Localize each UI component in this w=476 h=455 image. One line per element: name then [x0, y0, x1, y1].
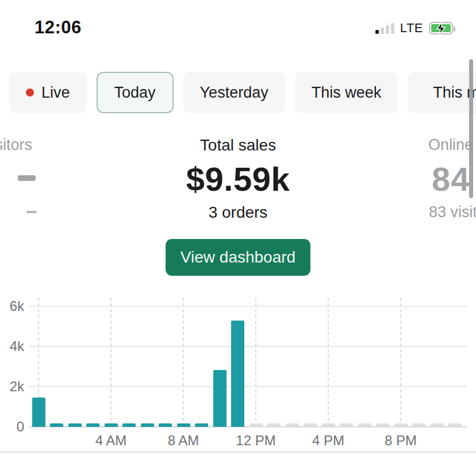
- cellular-signal-icon: [375, 22, 394, 34]
- clock-time: 12:06: [34, 17, 82, 38]
- tab-live-label: Live: [41, 84, 70, 102]
- network-type-label: LTE: [400, 21, 423, 36]
- chart-x-tick-label: 12 PM: [236, 433, 275, 449]
- chart-horizontal-gridline: [29, 306, 467, 307]
- live-dot-icon: [26, 88, 34, 97]
- chart-bar[interactable]: [141, 423, 154, 427]
- chart-x-tick-label: 4 PM: [312, 433, 344, 449]
- chart-horizontal-gridline: [29, 346, 467, 347]
- chart-vertical-gridline: [328, 298, 329, 427]
- chart-bar[interactable]: [68, 423, 82, 427]
- tab-this-month[interactable]: This month: [408, 72, 476, 113]
- chart-bar-future[interactable]: [267, 423, 281, 427]
- chart-x-tick-label: 4 AM: [95, 433, 127, 449]
- chart-x-tick-label: 8 AM: [168, 433, 199, 449]
- chart-y-tick-label: 4k: [0, 338, 24, 354]
- chart-y-tick-label: 0: [0, 419, 24, 435]
- chart-vertical-gridline: [255, 298, 256, 427]
- chart-bar[interactable]: [213, 370, 227, 427]
- chart-bar[interactable]: [122, 423, 136, 427]
- chart-bar-future[interactable]: [376, 423, 389, 427]
- chart-bar[interactable]: [231, 321, 244, 427]
- chart-bar-future[interactable]: [322, 423, 335, 427]
- total-sales-title: Total sales: [0, 136, 476, 155]
- chart-x-tick-label: 8 PM: [385, 433, 417, 449]
- chart-bar-future[interactable]: [340, 423, 353, 427]
- chart-plot-area: [29, 298, 467, 427]
- chart-horizontal-gridline: [29, 386, 467, 387]
- chart-bar[interactable]: [50, 423, 63, 427]
- tab-today[interactable]: Today: [97, 72, 174, 113]
- chart-bar[interactable]: [86, 423, 99, 427]
- total-sales-value: $9.59k: [0, 160, 476, 198]
- battery-charging-icon: [429, 22, 453, 34]
- chart-bar[interactable]: [195, 423, 208, 427]
- hourly-sales-chart: 02k4k6k4 AM8 AM12 PM4 PM8 PM: [0, 287, 476, 452]
- chart-bar-future[interactable]: [358, 423, 371, 427]
- chart-bar[interactable]: [105, 423, 118, 427]
- chart-y-tick-label: 6k: [0, 298, 24, 314]
- total-sales-orders: 3 orders: [0, 203, 476, 222]
- chart-vertical-gridline: [183, 298, 184, 427]
- chart-vertical-gridline: [110, 298, 112, 427]
- chart-bar-future[interactable]: [249, 423, 263, 427]
- tab-yesterday[interactable]: Yesterday: [183, 72, 285, 113]
- status-bar: 12:06 LTE: [0, 0, 476, 46]
- tab-yesterday-label: Yesterday: [200, 84, 268, 102]
- chart-bar-future[interactable]: [412, 423, 425, 427]
- tab-this-week[interactable]: This week: [295, 72, 398, 113]
- view-dashboard-button[interactable]: View dashboard: [166, 239, 310, 276]
- tab-today-label: Today: [114, 84, 156, 102]
- shopify-dashboard-screen: 12:06 LTE Live Today Yesterday: [0, 0, 476, 455]
- chart-bar-future[interactable]: [286, 423, 299, 427]
- chart-vertical-gridline: [400, 298, 401, 427]
- chart-y-tick-label: 2k: [0, 379, 24, 395]
- section-divider: [0, 452, 476, 453]
- chart-bar[interactable]: [32, 398, 45, 427]
- chart-bar-future[interactable]: [394, 423, 408, 427]
- chart-bar-future[interactable]: [448, 423, 462, 427]
- chart-bar-future[interactable]: [304, 423, 317, 427]
- tab-live[interactable]: Live: [9, 72, 87, 113]
- chart-bar[interactable]: [177, 423, 190, 427]
- vertical-scrollbar[interactable]: [469, 59, 473, 198]
- chart-bar-future[interactable]: [431, 423, 444, 427]
- date-range-tabs: Live Today Yesterday This week This mont…: [0, 72, 476, 113]
- tab-this-week-label: This week: [312, 84, 382, 102]
- chart-bar[interactable]: [159, 423, 172, 427]
